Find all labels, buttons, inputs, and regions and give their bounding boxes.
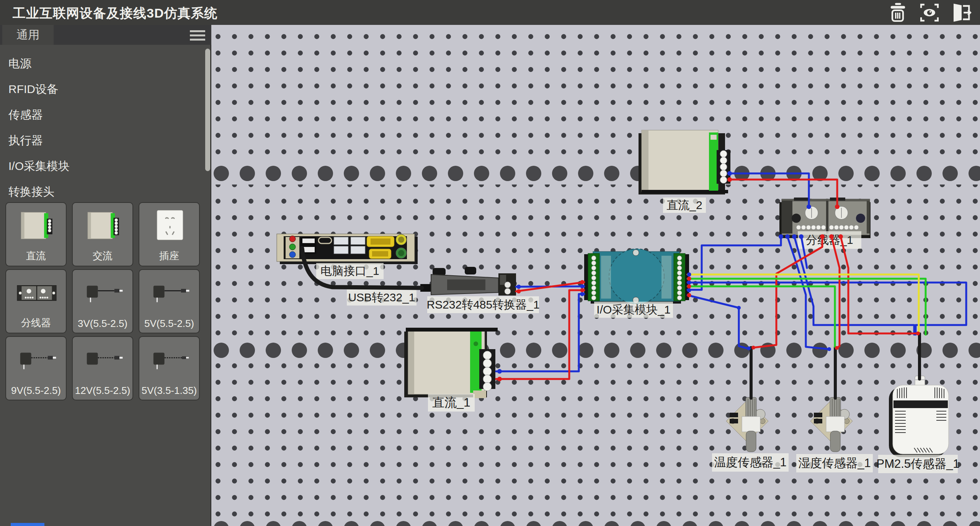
status-sliver (11, 523, 44, 526)
power-adapter-icon (147, 275, 193, 314)
palette-label: 交流 (73, 249, 132, 263)
palette-label: 3V(5.5-2.5) (73, 318, 132, 330)
palette-label: 5V(5.5-2.5) (139, 318, 199, 330)
title-bar: 工业互联网设备及接线3D仿真系统 (0, 0, 980, 25)
palette-item-adapter-9v[interactable]: 9V(5.5-2.5) (5, 336, 67, 400)
palette-label: 9V(5.5-2.5) (6, 385, 66, 397)
palette-label: 12V(5.5-2.5) (73, 385, 132, 397)
palette-label: 插座 (139, 249, 199, 263)
device-io-module[interactable] (584, 249, 689, 304)
device-pm25-sensor[interactable] (889, 376, 949, 457)
palette-label: 直流 (6, 249, 66, 263)
sidebar-tabbar: 通用 (0, 25, 211, 45)
menu-item-rfid[interactable]: RFID设备 (0, 77, 203, 102)
splitter-icon (14, 275, 60, 314)
category-menu: 电源 RFID设备 传感器 执行器 I/O采集模块 转换接头 (0, 51, 203, 205)
socket-icon (147, 208, 193, 247)
sidebar: 通用 电源 RFID设备 传感器 执行器 I/O采集模块 转换接头 直流 (0, 25, 211, 526)
palette-item-socket[interactable]: 插座 (139, 202, 200, 266)
palette-label: 5V(3.5-1.35) (139, 385, 199, 397)
menu-item-actuator[interactable]: 执行器 (0, 128, 203, 154)
scene[interactable]: 直流_2 电脑接口_1 USB转232_1 RS232转485转换器_1 I/O… (211, 25, 980, 526)
sidebar-scrollbar[interactable] (205, 49, 210, 171)
device-palette: 直流 交流 插座 (5, 202, 206, 400)
exit-icon[interactable] (948, 2, 975, 23)
device-dc2[interactable] (639, 130, 730, 194)
label-io-module: I/O采集模块_1 (596, 303, 670, 316)
palette-label: 分线器 (6, 316, 66, 330)
label-humidity-sensor: 湿度传感器_1 (798, 456, 871, 470)
palette-item-adapter-12v[interactable]: 12V(5.5-2.5) (72, 336, 133, 400)
label-pc-interface: 电脑接口_1 (320, 265, 379, 277)
palette-item-ac[interactable]: 交流 (72, 202, 133, 266)
label-dc1: 直流_1 (432, 395, 470, 409)
palette-item-adapter-3v[interactable]: 3V(5.5-2.5) (72, 269, 133, 333)
palette-item-adapter-5v[interactable]: 5V(5.5-2.5) (139, 269, 200, 333)
power-adapter-icon (80, 342, 126, 381)
palette-item-adapter-5v-small[interactable]: 5V(3.5-1.35) (139, 336, 200, 400)
io-left-terminals[interactable] (591, 256, 596, 300)
dc-device-icon (14, 208, 60, 247)
label-dc2: 直流_2 (666, 199, 702, 211)
ac-device-icon (80, 208, 126, 247)
label-rs232-485: RS232转485转换器_1 (426, 298, 539, 311)
palette-item-dc[interactable]: 直流 (5, 202, 67, 266)
power-adapter-icon (80, 275, 126, 314)
label-temp-sensor: 温度传感器_1 (714, 456, 786, 469)
label-usb-232: USB转232_1 (348, 291, 415, 304)
menu-icon[interactable] (190, 30, 205, 41)
dc1-terminals[interactable] (483, 351, 492, 391)
view-icon[interactable] (916, 2, 943, 23)
palette-item-splitter[interactable]: 分线器 (5, 269, 67, 333)
app-title: 工业互联网设备及接线3D仿真系统 (13, 5, 217, 22)
menu-item-adapter[interactable]: 转换接头 (0, 179, 203, 205)
menu-item-io-module[interactable]: I/O采集模块 (0, 154, 203, 179)
io-right-terminals[interactable] (677, 256, 682, 300)
menu-item-sensor[interactable]: 传感器 (0, 102, 203, 128)
menu-item-power[interactable]: 电源 (0, 51, 203, 77)
dc2-terminals[interactable] (720, 150, 727, 183)
trash-icon[interactable] (884, 2, 911, 23)
device-pc-interface[interactable] (277, 234, 418, 264)
scene-canvas[interactable]: 直流_2 电脑接口_1 USB转232_1 RS232转485转换器_1 I/O… (211, 25, 980, 526)
device-dc1[interactable] (404, 328, 498, 398)
power-adapter-icon (147, 342, 193, 381)
tab-general[interactable]: 通用 (2, 25, 54, 45)
power-adapter-icon (14, 342, 60, 381)
label-pm25-sensor: PM2.5传感器_1 (876, 457, 959, 470)
